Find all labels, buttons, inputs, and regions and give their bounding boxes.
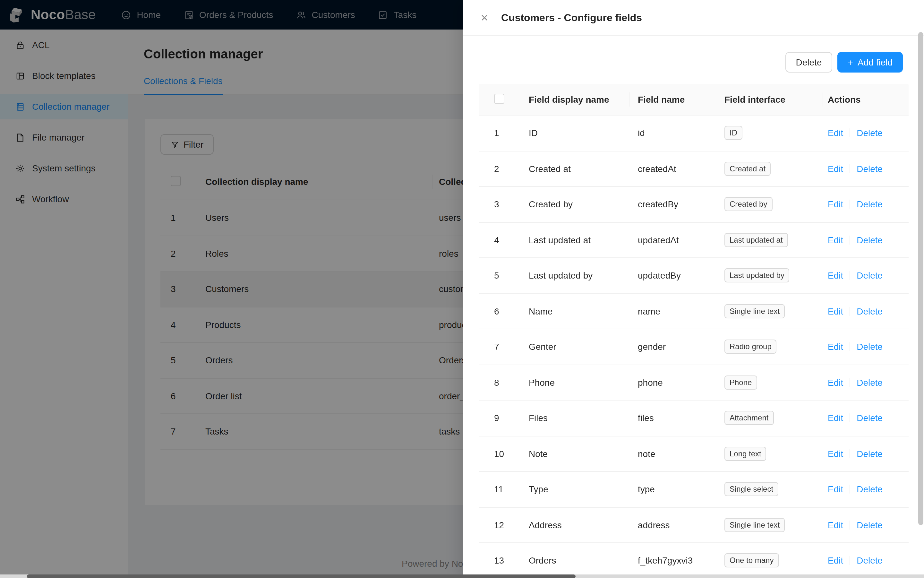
row-index: 10	[479, 449, 520, 459]
field-display-name-cell: Orders	[520, 555, 629, 566]
row-index: 5	[479, 271, 520, 281]
field-row[interactable]: 9 Files files Attachment Edit Delete	[479, 401, 909, 436]
column-header-actions: Actions	[823, 94, 909, 105]
edit-link[interactable]: Edit	[828, 271, 843, 281]
edit-link[interactable]: Edit	[828, 342, 843, 352]
action-divider	[849, 164, 850, 173]
delete-link[interactable]: Delete	[857, 306, 883, 317]
field-name-cell: updatedBy	[629, 271, 719, 281]
row-index: 1	[479, 128, 520, 138]
edit-link[interactable]: Edit	[828, 128, 843, 138]
delete-link[interactable]: Delete	[857, 271, 883, 281]
field-display-name-cell: Created at	[520, 164, 629, 174]
delete-button[interactable]: Delete	[786, 52, 832, 73]
field-display-name-cell: Name	[520, 306, 629, 317]
column-header-field-interface: Field interface	[719, 94, 823, 105]
field-name-cell: type	[629, 484, 719, 495]
field-display-name-cell: Genter	[520, 342, 629, 352]
horizontal-scrollbar-track[interactable]	[0, 575, 924, 578]
field-interface-tag: Last updated at	[725, 233, 788, 247]
field-row[interactable]: 11 Type type Single select Edit Delete	[479, 472, 909, 507]
fields-table-body: 1 ID id ID Edit Delete 2 Created at	[479, 115, 909, 578]
delete-link[interactable]: Delete	[857, 555, 883, 566]
action-divider	[849, 378, 850, 387]
field-row[interactable]: 8 Phone phone Phone Edit Delete	[479, 365, 909, 401]
edit-link[interactable]: Edit	[828, 449, 843, 459]
field-row[interactable]: 12 Address address Single line text Edit…	[479, 507, 909, 543]
edit-link[interactable]: Edit	[828, 520, 843, 530]
field-row[interactable]: 6 Name name Single line text Edit Delete	[479, 294, 909, 329]
delete-link[interactable]: Delete	[857, 484, 883, 495]
drawer-header: ✕ Customers - Configure fields	[463, 0, 924, 36]
edit-link[interactable]: Edit	[828, 164, 843, 174]
field-row[interactable]: 4 Last updated at updatedAt Last updated…	[479, 222, 909, 258]
action-divider	[849, 235, 850, 245]
add-field-button[interactable]: + Add field	[837, 52, 903, 73]
row-index: 13	[479, 555, 520, 566]
delete-link[interactable]: Delete	[857, 128, 883, 138]
action-divider	[849, 307, 850, 316]
field-interface-tag: Last updated by	[725, 269, 789, 283]
edit-link[interactable]: Edit	[828, 484, 843, 495]
row-index: 11	[479, 484, 520, 495]
delete-link[interactable]: Delete	[857, 377, 883, 388]
drawer-title: Customers - Configure fields	[501, 12, 642, 23]
field-display-name-cell: Phone	[520, 377, 629, 388]
field-name-cell: address	[629, 520, 719, 530]
field-display-name-cell: Created by	[520, 199, 629, 209]
edit-link[interactable]: Edit	[828, 306, 843, 317]
field-display-name-cell: Type	[520, 484, 629, 495]
field-row[interactable]: 10 Note note Long text Edit Delete	[479, 436, 909, 472]
field-interface-tag: Long text	[725, 447, 767, 461]
field-interface-tag: Radio group	[725, 340, 777, 354]
select-all-fields-checkbox[interactable]	[494, 93, 504, 104]
close-icon[interactable]: ✕	[479, 12, 490, 23]
field-display-name-cell: Address	[520, 520, 629, 530]
field-interface-tag: Phone	[725, 375, 757, 390]
action-divider	[849, 414, 850, 423]
edit-link[interactable]: Edit	[828, 235, 843, 245]
add-field-button-label: Add field	[858, 57, 893, 67]
edit-link[interactable]: Edit	[828, 413, 843, 423]
field-display-name-cell: ID	[520, 128, 629, 138]
field-display-name-cell: Last updated by	[520, 271, 629, 281]
action-divider	[849, 271, 850, 280]
field-interface-tag: Created at	[725, 162, 771, 176]
delete-link[interactable]: Delete	[857, 413, 883, 423]
delete-link[interactable]: Delete	[857, 164, 883, 174]
app-window: NocoBase Home Orders & Products	[0, 0, 924, 578]
field-name-cell: updatedAt	[629, 235, 719, 245]
field-row[interactable]: 7 Genter gender Radio group Edit Delete	[479, 329, 909, 365]
field-row[interactable]: 3 Created by createdBy Created by Edit D…	[479, 187, 909, 222]
edit-link[interactable]: Edit	[828, 555, 843, 566]
field-interface-tag: Single line text	[725, 518, 785, 532]
field-interface-tag: Attachment	[725, 411, 773, 425]
field-name-cell: f_tkeh7gyxvi3	[629, 555, 719, 566]
field-name-cell: files	[629, 413, 719, 423]
delete-link[interactable]: Delete	[857, 342, 883, 352]
field-name-cell: gender	[629, 342, 719, 352]
row-index: 2	[479, 164, 520, 174]
action-divider	[849, 556, 850, 565]
row-index: 9	[479, 413, 520, 423]
row-index: 4	[479, 235, 520, 245]
delete-link[interactable]: Delete	[857, 520, 883, 530]
delete-link[interactable]: Delete	[857, 449, 883, 459]
edit-link[interactable]: Edit	[828, 199, 843, 209]
horizontal-scrollbar-thumb[interactable]	[27, 575, 575, 578]
field-interface-tag: Single line text	[725, 304, 785, 318]
field-row[interactable]: 2 Created at createdAt Created at Edit D…	[479, 151, 909, 187]
field-interface-tag: Single select	[725, 482, 778, 497]
field-display-name-cell: Files	[520, 413, 629, 423]
field-display-name-cell: Note	[520, 449, 629, 459]
delete-link[interactable]: Delete	[857, 235, 883, 245]
field-row[interactable]: 1 ID id ID Edit Delete	[479, 115, 909, 151]
drawer-vertical-scrollbar[interactable]	[918, 32, 923, 525]
edit-link[interactable]: Edit	[828, 377, 843, 388]
action-divider	[849, 521, 850, 529]
delete-link[interactable]: Delete	[857, 199, 883, 209]
field-row[interactable]: 5 Last updated by updatedBy Last updated…	[479, 258, 909, 294]
field-interface-tag: One to many	[725, 554, 779, 568]
fields-table: Field display name Field name Field inte…	[479, 84, 909, 578]
field-row[interactable]: 13 Orders f_tkeh7gyxvi3 One to many Edit…	[479, 543, 909, 578]
